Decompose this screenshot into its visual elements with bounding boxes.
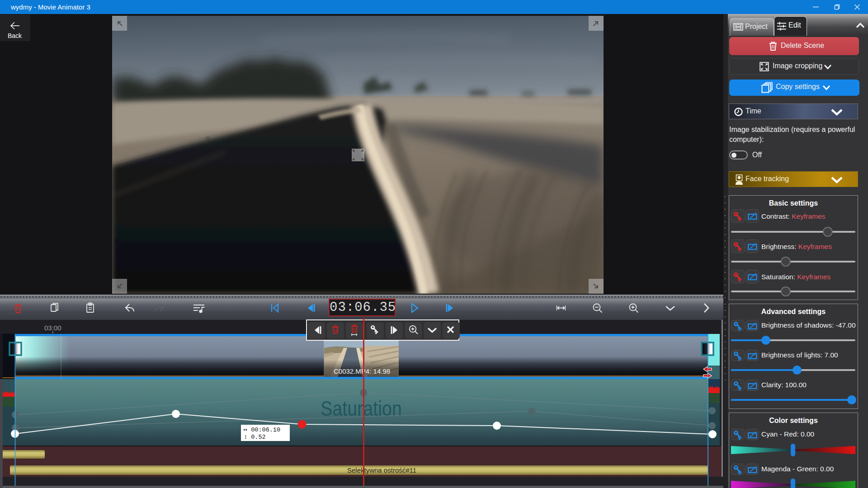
svg-text:Selektywna ostrość#11: Selektywna ostrość#11	[347, 466, 416, 474]
svg-text:03:00: 03:00	[44, 324, 61, 332]
svg-text:C0032.MP4: 14.98: C0032.MP4: 14.98	[334, 367, 390, 375]
svg-text:↦ 00:06.10: ↦ 00:06.10	[244, 427, 280, 433]
svg-text:↕ 0.52: ↕ 0.52	[244, 434, 266, 441]
